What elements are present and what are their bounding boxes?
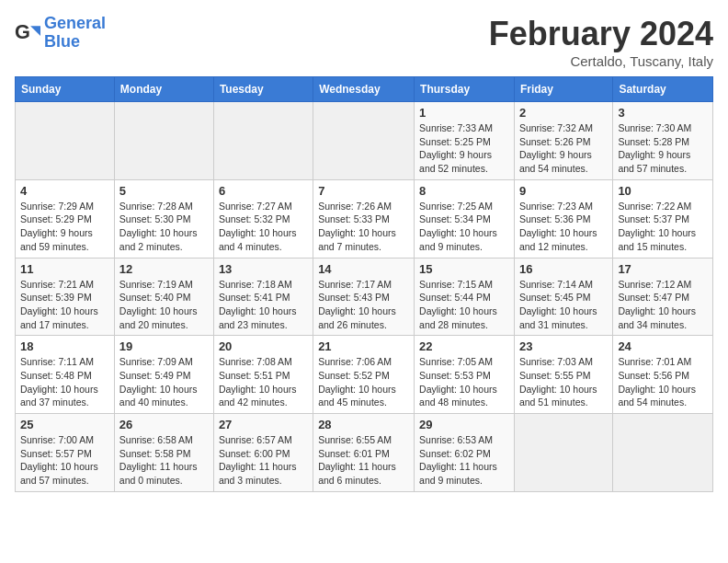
calendar-cell: 21Sunrise: 7:06 AM Sunset: 5:52 PM Dayli… <box>313 336 415 414</box>
day-info: Sunrise: 7:32 AM Sunset: 5:26 PM Dayligh… <box>519 121 608 176</box>
day-number: 25 <box>20 418 109 431</box>
header-day-thursday: Thursday <box>415 77 515 102</box>
calendar-cell: 3Sunrise: 7:30 AM Sunset: 5:28 PM Daylig… <box>613 102 713 180</box>
day-number: 22 <box>419 339 509 353</box>
header-day-monday: Monday <box>114 77 213 102</box>
day-info: Sunrise: 7:15 AM Sunset: 5:44 PM Dayligh… <box>419 278 509 332</box>
day-info: Sunrise: 7:11 AM Sunset: 5:48 PM Dayligh… <box>20 355 109 409</box>
day-number: 18 <box>20 339 109 353</box>
calendar-cell: 11Sunrise: 7:21 AM Sunset: 5:39 PM Dayli… <box>16 258 115 336</box>
calendar-cell <box>16 102 115 180</box>
calendar-cell: 4Sunrise: 7:29 AM Sunset: 5:29 PM Daylig… <box>16 179 115 258</box>
day-number: 13 <box>219 262 308 276</box>
header-day-friday: Friday <box>514 77 612 102</box>
day-info: Sunrise: 7:33 AM Sunset: 5:25 PM Dayligh… <box>419 121 509 176</box>
day-number: 28 <box>318 418 409 431</box>
day-number: 21 <box>318 339 409 353</box>
day-info: Sunrise: 7:22 AM Sunset: 5:37 PM Dayligh… <box>618 200 708 254</box>
day-number: 29 <box>419 418 509 431</box>
day-number: 27 <box>219 418 308 431</box>
calendar-cell <box>613 414 713 492</box>
day-info: Sunrise: 7:26 AM Sunset: 5:33 PM Dayligh… <box>318 200 409 254</box>
calendar-cell: 19Sunrise: 7:09 AM Sunset: 5:49 PM Dayli… <box>114 336 213 414</box>
day-info: Sunrise: 7:29 AM Sunset: 5:29 PM Dayligh… <box>20 200 109 254</box>
logo-general: General <box>44 14 106 32</box>
calendar-cell: 18Sunrise: 7:11 AM Sunset: 5:48 PM Dayli… <box>16 336 115 414</box>
day-number: 23 <box>519 339 608 353</box>
day-number: 1 <box>419 106 509 120</box>
calendar-cell <box>313 102 415 180</box>
day-info: Sunrise: 7:12 AM Sunset: 5:47 PM Dayligh… <box>618 278 708 332</box>
calendar-cell: 23Sunrise: 7:03 AM Sunset: 5:55 PM Dayli… <box>514 336 612 414</box>
day-info: Sunrise: 7:03 AM Sunset: 5:55 PM Dayligh… <box>519 355 608 409</box>
day-number: 2 <box>519 106 608 120</box>
header-day-saturday: Saturday <box>613 77 713 102</box>
day-info: Sunrise: 6:53 AM Sunset: 6:02 PM Dayligh… <box>419 433 509 488</box>
header-day-sunday: Sunday <box>16 77 115 102</box>
logo: G General Blue <box>15 15 106 52</box>
logo-blue: Blue <box>44 33 106 52</box>
calendar-cell: 14Sunrise: 7:17 AM Sunset: 5:43 PM Dayli… <box>313 258 415 336</box>
day-number: 24 <box>618 339 708 353</box>
day-number: 19 <box>119 339 209 353</box>
day-number: 10 <box>618 184 708 198</box>
month-title: February 2024 <box>489 15 713 53</box>
calendar-cell: 27Sunrise: 6:57 AM Sunset: 6:00 PM Dayli… <box>213 414 313 492</box>
calendar-cell: 25Sunrise: 7:00 AM Sunset: 5:57 PM Dayli… <box>16 414 115 492</box>
day-number: 20 <box>219 339 308 353</box>
calendar-cell: 15Sunrise: 7:15 AM Sunset: 5:44 PM Dayli… <box>415 258 515 336</box>
day-info: Sunrise: 7:01 AM Sunset: 5:56 PM Dayligh… <box>618 355 708 409</box>
calendar-cell: 5Sunrise: 7:28 AM Sunset: 5:30 PM Daylig… <box>114 179 213 258</box>
title-block: February 2024 Certaldo, Tuscany, Italy <box>489 15 713 69</box>
day-info: Sunrise: 7:08 AM Sunset: 5:51 PM Dayligh… <box>219 355 308 409</box>
calendar-cell: 7Sunrise: 7:26 AM Sunset: 5:33 PM Daylig… <box>313 179 415 258</box>
calendar-cell: 22Sunrise: 7:05 AM Sunset: 5:53 PM Dayli… <box>415 336 515 414</box>
day-number: 9 <box>519 184 608 198</box>
day-info: Sunrise: 7:19 AM Sunset: 5:40 PM Dayligh… <box>119 278 209 332</box>
day-info: Sunrise: 7:21 AM Sunset: 5:39 PM Dayligh… <box>20 278 109 332</box>
day-number: 8 <box>419 184 509 198</box>
day-info: Sunrise: 7:09 AM Sunset: 5:49 PM Dayligh… <box>119 355 209 409</box>
calendar-cell: 24Sunrise: 7:01 AM Sunset: 5:56 PM Dayli… <box>613 336 713 414</box>
calendar-week-2: 4Sunrise: 7:29 AM Sunset: 5:29 PM Daylig… <box>16 179 713 258</box>
calendar-cell: 28Sunrise: 6:55 AM Sunset: 6:01 PM Dayli… <box>313 414 415 492</box>
day-number: 17 <box>618 262 708 276</box>
day-number: 6 <box>219 184 308 198</box>
calendar-week-5: 25Sunrise: 7:00 AM Sunset: 5:57 PM Dayli… <box>16 414 713 492</box>
svg-marker-1 <box>30 26 40 36</box>
day-info: Sunrise: 7:18 AM Sunset: 5:41 PM Dayligh… <box>219 278 308 332</box>
day-info: Sunrise: 7:28 AM Sunset: 5:30 PM Dayligh… <box>119 200 209 254</box>
calendar-cell: 16Sunrise: 7:14 AM Sunset: 5:45 PM Dayli… <box>514 258 612 336</box>
day-info: Sunrise: 7:30 AM Sunset: 5:28 PM Dayligh… <box>618 121 708 176</box>
calendar-week-1: 1Sunrise: 7:33 AM Sunset: 5:25 PM Daylig… <box>16 102 713 180</box>
day-number: 15 <box>419 262 509 276</box>
logo-icon: G <box>15 20 40 46</box>
day-number: 16 <box>519 262 608 276</box>
day-number: 7 <box>318 184 409 198</box>
day-info: Sunrise: 7:23 AM Sunset: 5:36 PM Dayligh… <box>519 200 608 254</box>
day-number: 5 <box>119 184 209 198</box>
day-info: Sunrise: 7:00 AM Sunset: 5:57 PM Dayligh… <box>20 433 109 488</box>
header-day-tuesday: Tuesday <box>213 77 313 102</box>
calendar-cell: 1Sunrise: 7:33 AM Sunset: 5:25 PM Daylig… <box>415 102 515 180</box>
calendar-cell <box>114 102 213 180</box>
day-number: 26 <box>119 418 209 431</box>
calendar-table: SundayMondayTuesdayWednesdayThursdayFrid… <box>15 76 713 492</box>
day-number: 14 <box>318 262 409 276</box>
calendar-cell: 26Sunrise: 6:58 AM Sunset: 5:58 PM Dayli… <box>114 414 213 492</box>
day-number: 11 <box>20 262 109 276</box>
calendar-cell: 13Sunrise: 7:18 AM Sunset: 5:41 PM Dayli… <box>213 258 313 336</box>
calendar-cell <box>514 414 612 492</box>
svg-text:G: G <box>15 20 30 43</box>
calendar-body: 1Sunrise: 7:33 AM Sunset: 5:25 PM Daylig… <box>16 102 713 492</box>
calendar-week-3: 11Sunrise: 7:21 AM Sunset: 5:39 PM Dayli… <box>16 258 713 336</box>
calendar-cell: 2Sunrise: 7:32 AM Sunset: 5:26 PM Daylig… <box>514 102 612 180</box>
calendar-cell: 12Sunrise: 7:19 AM Sunset: 5:40 PM Dayli… <box>114 258 213 336</box>
day-number: 4 <box>20 184 109 198</box>
calendar-cell <box>213 102 313 180</box>
header-row: SundayMondayTuesdayWednesdayThursdayFrid… <box>16 77 713 102</box>
day-info: Sunrise: 7:25 AM Sunset: 5:34 PM Dayligh… <box>419 200 509 254</box>
calendar-cell: 20Sunrise: 7:08 AM Sunset: 5:51 PM Dayli… <box>213 336 313 414</box>
day-number: 3 <box>618 106 708 120</box>
page-header: G General Blue February 2024 Certaldo, T… <box>15 15 713 69</box>
